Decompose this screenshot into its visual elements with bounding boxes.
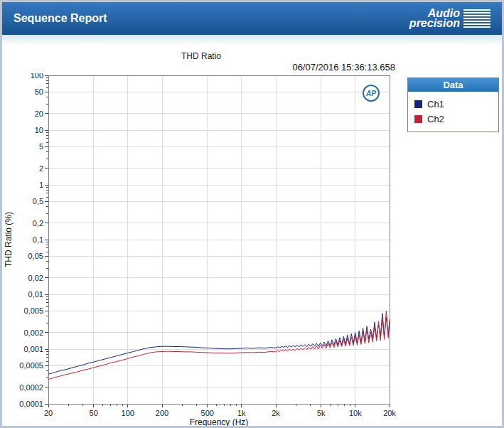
ch1-label: Ch1	[427, 99, 444, 109]
y-tick-label: 50	[35, 87, 43, 96]
x-tick-label: 1k	[237, 409, 246, 417]
x-tick-label: 50	[90, 409, 98, 417]
y-tick-label: 0,5	[33, 197, 43, 205]
ap-badge-text: AP	[365, 90, 376, 97]
y-tick-label: 0,0001	[19, 400, 43, 408]
page-title: Sequence Report	[14, 12, 107, 25]
ch2-color-swatch	[414, 115, 422, 123]
thd-ratio-chart: 20501002005001k2k5k10k20k1005020105210,5…	[2, 73, 400, 428]
legend-header: Data	[408, 78, 498, 92]
legend-panel: Data Ch1 Ch2	[407, 77, 499, 132]
y-tick-label: 2	[39, 164, 43, 173]
y-tick-label: 0,1	[33, 235, 43, 244]
y-tick-label: 0,002	[23, 328, 43, 337]
y-tick-label: 0,0005	[19, 361, 43, 370]
y-axis-title: THD Ratio (%)	[4, 212, 14, 267]
header-gradient-strip	[2, 35, 502, 45]
y-tick-label: 20	[35, 109, 43, 118]
logo-stripes-icon	[463, 9, 490, 28]
audio-precision-logo: Audio precision	[409, 9, 490, 28]
x-tick-label: 20k	[383, 409, 396, 417]
y-tick-label: 0,02	[28, 274, 43, 282]
y-tick-label: 10	[35, 126, 43, 134]
report-timestamp: 06/07/2016 15:36:13.658	[2, 62, 395, 73]
y-tick-label: 100	[31, 73, 43, 80]
logo-wordmark: Audio precision	[409, 9, 460, 28]
legend-item-ch2[interactable]: Ch2	[414, 112, 492, 127]
x-axis-title: Frequency (Hz)	[190, 417, 249, 427]
y-tick-label: 0,0002	[19, 383, 43, 392]
x-tick-label: 2k	[272, 409, 280, 417]
x-tick-label: 20	[44, 409, 53, 417]
report-window: Sequence Report Audio precision THD Rati…	[0, 0, 504, 428]
x-tick-label: 5k	[317, 409, 326, 417]
chart-title: THD Ratio	[2, 51, 400, 61]
logo-word-precision: precision	[409, 18, 460, 28]
legend-body: Ch1 Ch2	[408, 92, 498, 132]
x-tick-label: 500	[201, 409, 214, 417]
ch1-color-swatch	[414, 100, 422, 108]
y-tick-label: 1	[39, 181, 43, 189]
y-tick-label: 0,001	[23, 345, 43, 353]
x-tick-label: 10k	[349, 409, 362, 417]
y-tick-label: 5	[39, 142, 43, 151]
ch2-label: Ch2	[427, 114, 444, 124]
report-header: Sequence Report Audio precision	[2, 2, 502, 35]
y-tick-label: 0,005	[23, 306, 43, 315]
legend-item-ch1[interactable]: Ch1	[414, 97, 492, 112]
y-tick-label: 0,2	[33, 219, 43, 228]
y-tick-label: 0,05	[28, 252, 43, 260]
y-tick-label: 0,01	[28, 290, 43, 299]
x-tick-label: 100	[122, 409, 134, 417]
x-tick-label: 200	[156, 409, 168, 417]
